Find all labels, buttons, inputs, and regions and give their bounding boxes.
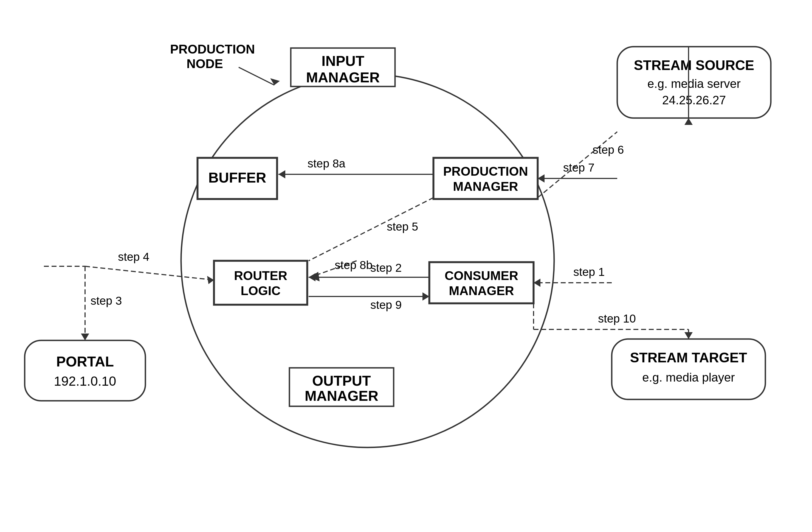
step5-label: step 5 <box>387 220 418 233</box>
svg-text:MANAGER: MANAGER <box>453 179 518 194</box>
output-manager-label: OUTPUT <box>312 373 371 389</box>
step4-label: step 4 <box>118 250 149 263</box>
svg-text:e.g. media player: e.g. media player <box>642 370 735 384</box>
step2-label: step 2 <box>370 261 402 274</box>
production-node-label: PRODUCTION <box>170 42 255 56</box>
step1-label: step 1 <box>573 265 605 278</box>
svg-marker-26 <box>422 292 429 300</box>
svg-text:MANAGER: MANAGER <box>305 388 379 404</box>
input-manager-label: INPUT <box>321 53 364 69</box>
portal-box <box>25 340 145 401</box>
stream-target-label: STREAM TARGET <box>630 350 747 365</box>
svg-text:LOGIC: LOGIC <box>241 283 281 298</box>
stream-target-box <box>612 339 765 400</box>
step9-label: step 9 <box>370 298 402 311</box>
consumer-manager-label: CONSUMER <box>445 268 518 283</box>
svg-text:e.g. media server: e.g. media server <box>648 77 741 90</box>
svg-marker-14 <box>278 170 285 179</box>
diagram-container: PRODUCTION NODE INPUT MANAGER PRODUCTION… <box>0 0 812 532</box>
svg-text:24.25.26.27: 24.25.26.27 <box>662 93 726 107</box>
svg-marker-16 <box>538 174 545 183</box>
stream-source-label: STREAM SOURCE <box>634 58 754 73</box>
svg-marker-29 <box>207 276 214 284</box>
router-logic-label: ROUTER <box>234 268 287 283</box>
svg-line-2 <box>239 67 274 85</box>
step3-label: step 3 <box>90 294 122 307</box>
svg-line-27 <box>85 266 214 280</box>
svg-marker-22 <box>534 279 540 287</box>
step10-label: step 10 <box>598 312 636 325</box>
svg-marker-31 <box>81 334 89 340</box>
svg-text:MANAGER: MANAGER <box>306 69 380 85</box>
step8b-label: step 8b <box>335 258 373 271</box>
svg-marker-35 <box>684 332 693 339</box>
step6-label: step 6 <box>593 143 624 156</box>
router-logic-box <box>214 261 307 305</box>
svg-text:NODE: NODE <box>187 57 223 71</box>
portal-label: PORTAL <box>56 353 114 369</box>
svg-marker-36 <box>684 118 693 125</box>
buffer-label: BUFFER <box>208 170 266 185</box>
svg-marker-24 <box>309 273 316 281</box>
production-manager-label: PRODUCTION <box>443 164 528 179</box>
svg-text:192.1.0.10: 192.1.0.10 <box>54 374 116 389</box>
step8a-label: step 8a <box>307 157 345 170</box>
svg-text:MANAGER: MANAGER <box>449 283 514 298</box>
